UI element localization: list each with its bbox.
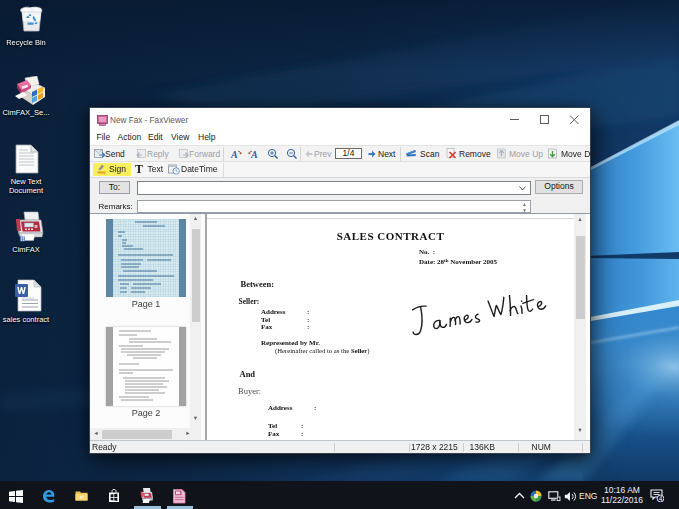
svg-text:A: A [230,149,238,160]
svg-text:4: 4 [659,495,663,502]
svg-text:A: A [250,149,258,160]
